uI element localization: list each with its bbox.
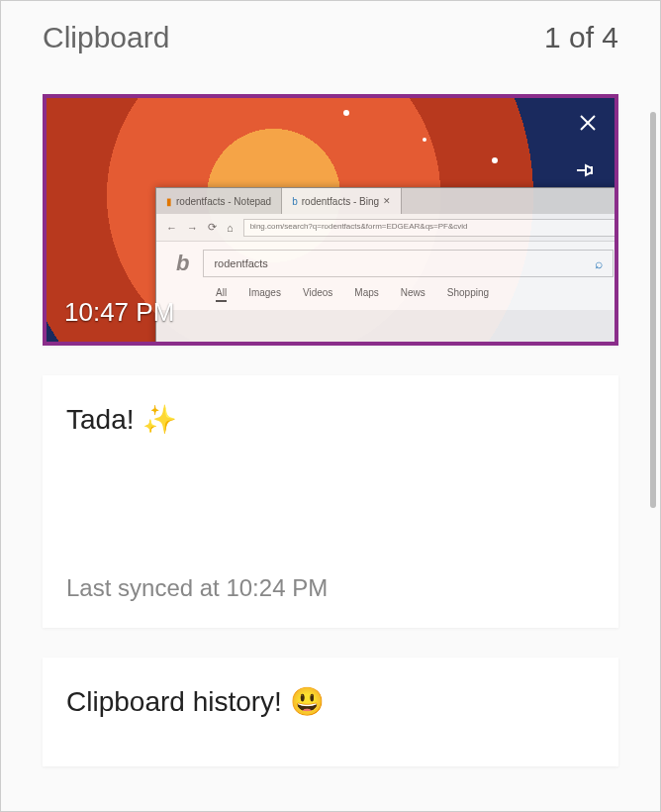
clipboard-item-text[interactable]: Tada! ✨ Last synced at 10:24 PM bbox=[43, 375, 618, 628]
item-timestamp: 10:47 PM bbox=[64, 297, 174, 328]
item-actions bbox=[573, 108, 603, 185]
clipboard-list[interactable]: ▮ rodentfacts - Notepad b rodentfacts - … bbox=[1, 64, 660, 777]
item-text: Clipboard history! 😃 bbox=[66, 685, 595, 718]
item-count: 1 of 4 bbox=[544, 21, 618, 54]
result-tab: All bbox=[216, 287, 227, 302]
browser-tabstrip: ▮ rodentfacts - Notepad b rodentfacts - … bbox=[156, 188, 618, 214]
tab-label: rodentfacts - Notepad bbox=[176, 196, 271, 207]
nav-refresh-icon: ⟳ bbox=[208, 221, 217, 234]
bing-logo-icon: b bbox=[176, 251, 189, 276]
pin-button[interactable] bbox=[573, 155, 603, 185]
sync-status: Last synced at 10:24 PM bbox=[66, 574, 595, 602]
close-icon bbox=[578, 113, 598, 133]
clipboard-item-image[interactable]: ▮ rodentfacts - Notepad b rodentfacts - … bbox=[43, 94, 618, 346]
browser-tab: ▮ rodentfacts - Notepad bbox=[156, 188, 282, 214]
result-tabs: All Images Videos Maps News Shopping bbox=[176, 287, 614, 302]
result-tab: Videos bbox=[303, 287, 332, 302]
tab-label: rodentfacts - Bing bbox=[302, 196, 379, 207]
text-content: Tada! bbox=[66, 404, 135, 436]
nav-home-icon: ⌂ bbox=[227, 222, 234, 234]
tab-close-icon: ✕ bbox=[383, 196, 391, 206]
result-tab: Maps bbox=[354, 287, 378, 302]
browser-tab-active: b rodentfacts - Bing ✕ bbox=[282, 188, 402, 214]
nav-back-icon: ← bbox=[166, 222, 177, 234]
browser-window: ▮ rodentfacts - Notepad b rodentfacts - … bbox=[155, 187, 618, 346]
smiley-icon: 😃 bbox=[290, 685, 325, 718]
result-tab: Images bbox=[248, 287, 281, 302]
browser-toolbar: ← → ⟳ ⌂ bing.com/search?q=rodentfacts&fo… bbox=[156, 214, 618, 242]
search-icon: ⌕ bbox=[595, 255, 603, 271]
page-content: b rodentfacts ⌕ All Images Videos Maps N… bbox=[156, 242, 618, 310]
search-query-text: rodentfacts bbox=[214, 257, 267, 269]
text-content: Clipboard history! bbox=[66, 686, 282, 718]
item-text: Tada! ✨ bbox=[66, 403, 595, 436]
pin-icon bbox=[576, 161, 600, 179]
delete-button[interactable] bbox=[573, 108, 603, 138]
panel-title: Clipboard bbox=[43, 21, 169, 54]
panel-header: Clipboard 1 of 4 bbox=[1, 1, 660, 64]
scrollbar-thumb[interactable] bbox=[650, 112, 656, 508]
result-tab: News bbox=[401, 287, 425, 302]
clipboard-item-text[interactable]: Clipboard history! 😃 bbox=[43, 658, 618, 766]
nav-forward-icon: → bbox=[187, 222, 198, 234]
address-bar: bing.com/search?q=rodentfacts&form=EDGEA… bbox=[243, 219, 618, 237]
search-box: rodentfacts ⌕ bbox=[203, 250, 614, 277]
sparkles-icon: ✨ bbox=[142, 403, 177, 436]
result-tab: Shopping bbox=[447, 287, 489, 302]
